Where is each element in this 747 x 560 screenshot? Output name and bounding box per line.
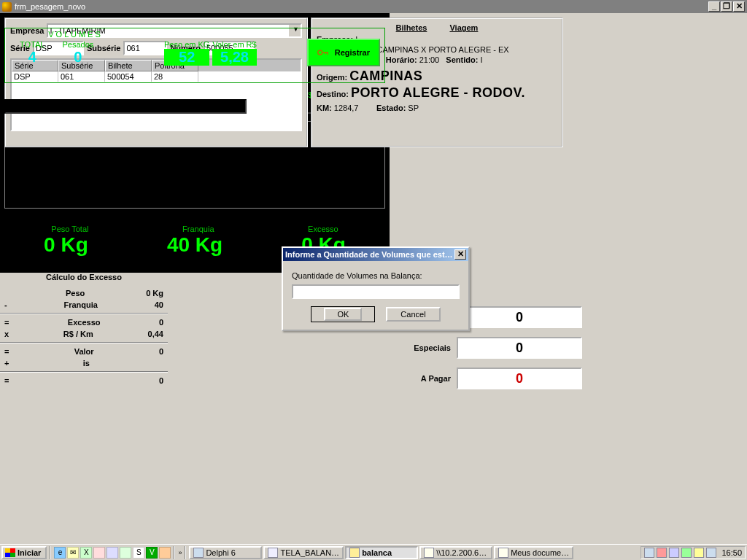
calc-total-value: 0 <box>159 376 163 385</box>
dialog-title: Informe a Quantidade de Volumes que est… <box>285 250 453 259</box>
tab-bilhetes[interactable]: Bilhetes <box>396 23 427 32</box>
peso-total-label: Peso Total <box>51 225 88 233</box>
quantity-input[interactable] <box>292 284 460 299</box>
outlook-icon[interactable]: ✉ <box>67 547 79 559</box>
franquia-label: Franquia <box>182 225 214 233</box>
trip-sentido-value: I <box>480 55 482 64</box>
trip-estado-value: SP <box>408 104 419 112</box>
system-tray: 16:50 <box>640 546 746 559</box>
tab-viagem[interactable]: Viagem <box>449 23 478 32</box>
especiais-row-value: 0 <box>457 337 582 359</box>
calc-franquia-value: 40 <box>155 300 163 309</box>
franquia-value: 40 Kg <box>167 233 222 257</box>
total-row-value: 0 <box>457 306 582 328</box>
app-icon-1[interactable] <box>93 547 105 559</box>
maximize-button[interactable]: ❐ <box>721 1 732 12</box>
calc-rskm-label: R$ / Km <box>63 330 93 338</box>
quantity-dialog: Informe a Quantidade de Volumes que est…… <box>282 246 470 331</box>
calc-title: Cálculo do Excesso <box>0 273 168 281</box>
folder-icon <box>498 548 508 558</box>
folder-icon <box>424 548 434 558</box>
pesados-value: 0 <box>62 49 93 66</box>
windows-icon <box>5 548 15 557</box>
calc-peso-value: 0 Kg <box>146 289 163 298</box>
key-icon <box>317 47 330 58</box>
trip-hora-label: Horário: <box>386 55 417 64</box>
task-documents[interactable]: Meus docume… <box>494 546 573 559</box>
pesados-label: Pesados <box>62 40 93 49</box>
window-title: frm_pesagem_novo <box>15 2 85 11</box>
word-icon <box>268 548 278 558</box>
calc-peso-label: Peso <box>66 289 85 298</box>
tray-icon-5[interactable] <box>694 548 704 558</box>
form-icon <box>349 548 360 558</box>
app-icon-5[interactable]: V <box>146 547 158 559</box>
calc-valor-value: 0 <box>159 347 163 356</box>
peso-kg-value: 52 <box>164 49 209 66</box>
trip-destino-value: PORTO ALEGRE - RODOV. <box>351 85 525 100</box>
total-value: 4 <box>20 49 44 66</box>
tray-icon-1[interactable] <box>644 548 654 558</box>
valor-rs-label: Valor em R$ <box>212 40 256 49</box>
calc-excesso-label: Excesso <box>68 318 101 327</box>
app-icon-2[interactable] <box>107 547 118 559</box>
valor-rs-value: 5,28 <box>212 49 256 66</box>
trip-km-value: 1284,7 <box>334 104 359 112</box>
dialog-close-button[interactable]: ✕ <box>454 249 466 260</box>
trip-hora-value: 21:00 <box>419 55 440 64</box>
tray-icon-3[interactable] <box>669 548 679 558</box>
task-network[interactable]: \\10.2.200.6… <box>419 546 492 559</box>
trip-estado-label: Estado: <box>376 104 406 112</box>
tray-icon-6[interactable] <box>706 548 716 558</box>
tray-icon-2[interactable] <box>657 548 667 558</box>
calc-especiais-label: is <box>83 359 90 368</box>
trip-km-label: KM: <box>317 104 332 112</box>
calc-franquia-label: Franquia <box>63 300 97 309</box>
apagar-row-label: A Pagar <box>400 374 457 383</box>
trip-sentido-label: Sentido: <box>446 55 478 64</box>
peso-total-value: 0 Kg <box>44 233 88 257</box>
app-icon-4[interactable]: S <box>133 547 144 559</box>
start-button[interactable]: Iniciar <box>1 546 47 559</box>
calc-valor-label: Valor <box>74 347 94 356</box>
app-icon-6[interactable] <box>159 547 171 559</box>
app-icon <box>2 2 12 12</box>
volumes-heading: V O L U M E S <box>20 30 129 39</box>
calc-panel: Cálculo do Excesso Peso0 Kg -Franquia40 … <box>0 273 168 386</box>
ie-icon[interactable]: e <box>54 547 66 559</box>
cancel-button[interactable]: Cancel <box>386 307 440 322</box>
close-button[interactable]: ✕ <box>733 1 745 12</box>
ok-button[interactable]: OK <box>311 306 375 322</box>
calc-rskm-value: 0,44 <box>148 330 163 338</box>
task-balanca[interactable]: balanca <box>345 546 418 559</box>
volume-especial-select[interactable] <box>4 99 247 114</box>
excesso-label: Excesso <box>308 225 338 233</box>
clock: 16:50 <box>721 548 742 557</box>
total-label: TOTAL <box>20 40 44 49</box>
app-icon-3[interactable] <box>120 547 131 559</box>
minimize-button[interactable]: _ <box>708 1 720 12</box>
task-delphi[interactable]: Delphi 6 <box>189 546 262 559</box>
trip-destino-label: Destino: <box>317 90 349 98</box>
taskbar: Iniciar e ✉ X S V » Delphi 6 TELA_BALAN…… <box>0 544 747 560</box>
calc-excesso-value: 0 <box>159 318 163 327</box>
delphi-icon <box>193 548 204 558</box>
peso-kg-label: Peso em KG <box>164 40 209 49</box>
task-telabalan[interactable]: TELA_BALAN… <box>263 546 344 559</box>
apagar-row-value: 0 <box>457 368 582 389</box>
quick-launch: e ✉ X S V <box>54 547 171 559</box>
window-titlebar: frm_pesagem_novo _ ❐ ✕ <box>0 0 747 13</box>
svg-rect-3 <box>325 52 326 54</box>
registrar-button[interactable]: Registrar <box>307 39 380 66</box>
excel-icon[interactable]: X <box>80 547 92 559</box>
tray-icon-4[interactable] <box>681 548 692 558</box>
svg-rect-2 <box>327 52 328 55</box>
svg-point-0 <box>317 50 322 55</box>
especiais-row-label: Especiais <box>400 343 457 352</box>
dialog-prompt: Quantidade de Volumes na Balança: <box>292 271 460 280</box>
